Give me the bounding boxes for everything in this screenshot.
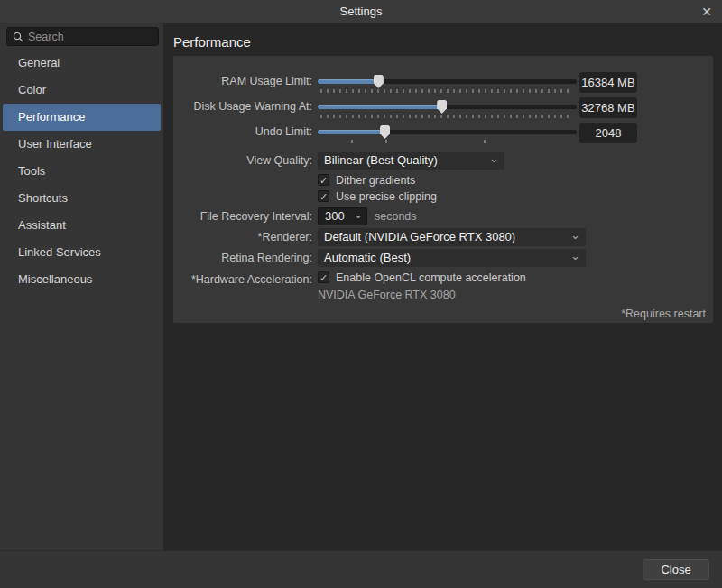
- undo-limit-slider[interactable]: [318, 123, 577, 146]
- precise-clipping-label[interactable]: Use precise clipping: [336, 189, 437, 204]
- gpu-info-text: NVIDIA GeForce RTX 3080: [318, 288, 456, 302]
- view-quality-row: View Quality: Bilinear (Best Quality) ⌄: [173, 152, 713, 170]
- file-recovery-combo[interactable]: 300 ⌄: [318, 207, 367, 225]
- opencl-checkbox[interactable]: ✓: [318, 271, 329, 283]
- retina-rendering-value: Automatic (Best): [324, 251, 411, 264]
- performance-panel: RAM Usage Limit: 16384 MB Disk Usage War…: [173, 56, 713, 323]
- slider-thumb[interactable]: [437, 100, 447, 114]
- hardware-acceleration-label: *Hardware Acceleration:: [173, 271, 318, 288]
- retina-rendering-label: Retina Rendering:: [173, 249, 318, 266]
- ram-usage-value[interactable]: 16384 MB: [579, 72, 637, 93]
- dither-gradients-label[interactable]: Dither gradients: [336, 173, 415, 188]
- slider-fill: [318, 79, 378, 84]
- retina-rendering-row: Retina Rendering: Automatic (Best) ⌄: [173, 249, 713, 267]
- chevron-down-icon: ⌄: [570, 226, 580, 244]
- search-placeholder: Search: [28, 31, 64, 43]
- slider-tick: [484, 140, 486, 143]
- sidebar: Search General Color Performance User In…: [0, 23, 163, 550]
- sidebar-item-performance[interactable]: Performance: [3, 104, 161, 131]
- retina-rendering-dropdown[interactable]: Automatic (Best) ⌄: [318, 249, 586, 267]
- ram-usage-label: RAM Usage Limit:: [173, 72, 318, 89]
- precise-clipping-row: ✓ Use precise clipping: [173, 189, 713, 204]
- search-input[interactable]: Search: [6, 27, 159, 46]
- titlebar: Settings ✕: [0, 0, 722, 23]
- slider-thumb[interactable]: [380, 125, 390, 139]
- sidebar-item-color[interactable]: Color: [3, 77, 161, 104]
- sidebar-item-linked-services[interactable]: Linked Services: [3, 239, 161, 266]
- renderer-dropdown[interactable]: Default (NVIDIA GeForce RTX 3080) ⌄: [318, 228, 586, 246]
- chevron-down-icon: ⌄: [570, 247, 580, 265]
- search-icon: [13, 32, 23, 42]
- slider-thumb[interactable]: [374, 75, 384, 88]
- slider-fill: [318, 105, 441, 109]
- close-icon[interactable]: ✕: [701, 4, 712, 20]
- undo-limit-row: Undo Limit: 2048: [173, 123, 713, 146]
- ram-usage-slider[interactable]: [318, 72, 577, 96]
- requires-restart-note: *Requires restart: [173, 308, 713, 320]
- dither-gradients-row: ✓ Dither gradients: [173, 173, 713, 188]
- slider-ticks: [320, 89, 572, 93]
- view-quality-value: Bilinear (Best Quality): [324, 153, 438, 167]
- sidebar-nav: General Color Performance User Interface…: [0, 50, 163, 293]
- sidebar-item-user-interface[interactable]: User Interface: [3, 131, 161, 158]
- close-button[interactable]: Close: [643, 559, 709, 580]
- file-recovery-value: 300: [325, 209, 345, 223]
- sidebar-item-assistant[interactable]: Assistant: [3, 212, 161, 239]
- window-title: Settings: [340, 5, 383, 18]
- disk-warning-value[interactable]: 32768 MB: [579, 97, 637, 118]
- footer-bar: Close: [0, 550, 722, 588]
- page-title: Performance: [173, 34, 722, 50]
- renderer-label: *Renderer:: [173, 228, 318, 245]
- settings-window: Settings ✕ Search General Color Performa…: [0, 0, 722, 588]
- ram-usage-row: RAM Usage Limit: 16384 MB: [173, 72, 713, 96]
- sidebar-item-tools[interactable]: Tools: [3, 158, 161, 185]
- hardware-acceleration-row: *Hardware Acceleration: ✓ Enable OpenCL …: [173, 271, 713, 285]
- sidebar-item-shortcuts[interactable]: Shortcuts: [3, 185, 161, 212]
- renderer-value: Default (NVIDIA GeForce RTX 3080): [324, 230, 515, 243]
- sidebar-item-miscellaneous[interactable]: Miscellaneous: [3, 266, 161, 293]
- chevron-down-icon: ⌄: [489, 150, 499, 168]
- view-quality-label: View Quality:: [173, 152, 318, 169]
- disk-warning-slider[interactable]: [318, 97, 577, 121]
- file-recovery-row: File Recovery Interval: 300 ⌄ seconds: [173, 207, 713, 225]
- file-recovery-suffix: seconds: [375, 207, 417, 225]
- disk-warning-row: Disk Usage Warning At: 32768 MB: [173, 97, 713, 121]
- slider-tick: [351, 140, 353, 143]
- disk-warning-label: Disk Usage Warning At:: [173, 97, 318, 115]
- gpu-info-row: NVIDIA GeForce RTX 3080: [173, 288, 713, 302]
- precise-clipping-checkbox[interactable]: ✓: [318, 190, 329, 202]
- sidebar-item-general[interactable]: General: [3, 50, 161, 77]
- slider-ticks: [320, 115, 572, 118]
- undo-limit-value[interactable]: 2048: [579, 123, 637, 143]
- dither-gradients-checkbox[interactable]: ✓: [318, 174, 329, 186]
- chevron-down-icon: ⌄: [354, 207, 363, 223]
- file-recovery-label: File Recovery Interval:: [173, 207, 318, 225]
- view-quality-dropdown[interactable]: Bilinear (Best Quality) ⌄: [318, 152, 504, 170]
- renderer-row: *Renderer: Default (NVIDIA GeForce RTX 3…: [173, 228, 713, 246]
- undo-limit-label: Undo Limit:: [173, 123, 318, 140]
- slider-tick: [385, 140, 387, 143]
- main-content: Performance RAM Usage Limit: 16384 MB Di…: [163, 23, 722, 550]
- slider-fill: [318, 130, 384, 134]
- opencl-label[interactable]: Enable OpenCL compute acceleration: [336, 271, 526, 285]
